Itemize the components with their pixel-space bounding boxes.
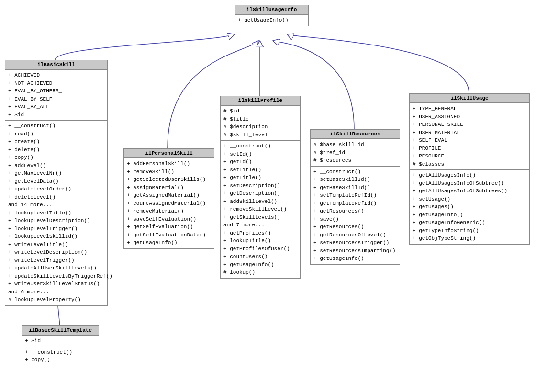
- method-getUsageInfo: + getUsageInfo(): [238, 16, 305, 24]
- uml-diagram: ilSkillUsageInfo + getUsageInfo() ilBasi…: [0, 0, 536, 392]
- class-name-ilSkillUsage: ilSkillUsage: [450, 95, 488, 101]
- class-ilBasicSkillTemplate: ilBasicSkillTemplate + $id + __construct…: [22, 325, 99, 366]
- class-methods-ilSkillUsage: + getAllUsagesInfo() + getAllUsagesInfoO…: [410, 169, 529, 244]
- class-fields-ilBasicSkillTemplate: + $id: [22, 335, 99, 347]
- class-methods-ilPersonalSkill: + addPersonalSkill() + removeSkill() + g…: [124, 158, 214, 248]
- class-header-ilBasicSkillTemplate: ilBasicSkillTemplate: [22, 326, 99, 335]
- class-methods-ilSkillProfile: + __construct() + setId() + getId() + se…: [221, 140, 300, 278]
- class-methods-ilSkillResources: + __construct() + setBaseSkillId() + get…: [311, 166, 400, 264]
- class-header-ilSkillResources: ilSkillResources: [311, 130, 400, 139]
- class-name-ilSkillProfile: ilSkillProfile: [238, 98, 282, 103]
- class-ilSkillUsage: ilSkillUsage + TYPE_GENERAL + USER_ASSIG…: [409, 93, 530, 245]
- class-name-ilPersonalSkill: ilPersonalSkill: [145, 150, 192, 156]
- class-header-ilPersonalSkill: ilPersonalSkill: [124, 149, 214, 158]
- class-ilBasicSkill: ilBasicSkill + ACHIEVED + NOT_ACHIEVED +…: [5, 60, 108, 306]
- class-ilSkillProfile: ilSkillProfile # $id # $title # $descrip…: [220, 96, 301, 279]
- class-ilPersonalSkill: ilPersonalSkill + addPersonalSkill() + r…: [123, 148, 214, 249]
- class-name-ilSkillUsageInfo: ilSkillUsageInfo: [246, 7, 297, 12]
- class-name-ilBasicSkillTemplate: ilBasicSkillTemplate: [29, 327, 92, 333]
- class-ilSkillResources: ilSkillResources # $base_skill_id # $tre…: [310, 129, 400, 265]
- class-methods-ilBasicSkill: + __construct() + read() + create() + de…: [5, 120, 107, 305]
- class-fields-ilSkillProfile: # $id # $title # $description # $skill_l…: [221, 105, 300, 140]
- class-name-ilBasicSkill: ilBasicSkill: [37, 62, 75, 67]
- class-methods-ilSkillUsageInfo: + getUsageInfo(): [235, 14, 308, 26]
- class-name-ilSkillResources: ilSkillResources: [330, 131, 380, 137]
- class-header-ilBasicSkill: ilBasicSkill: [5, 60, 107, 69]
- class-header-ilSkillUsageInfo: ilSkillUsageInfo: [235, 5, 308, 14]
- class-fields-ilSkillResources: # $base_skill_id # $tref_id # $resources: [311, 139, 400, 166]
- class-ilSkillUsageInfo: ilSkillUsageInfo + getUsageInfo(): [234, 5, 309, 26]
- class-constants-ilSkillUsage: + TYPE_GENERAL + USER_ASSIGNED + PERSONA…: [410, 103, 529, 169]
- class-constants-ilBasicSkill: + ACHIEVED + NOT_ACHIEVED + EVAL_BY_OTHE…: [5, 69, 107, 120]
- class-header-ilSkillUsage: ilSkillUsage: [410, 94, 529, 103]
- class-methods-ilBasicSkillTemplate: + __construct() + copy(): [22, 347, 99, 366]
- class-header-ilSkillProfile: ilSkillProfile: [221, 96, 300, 105]
